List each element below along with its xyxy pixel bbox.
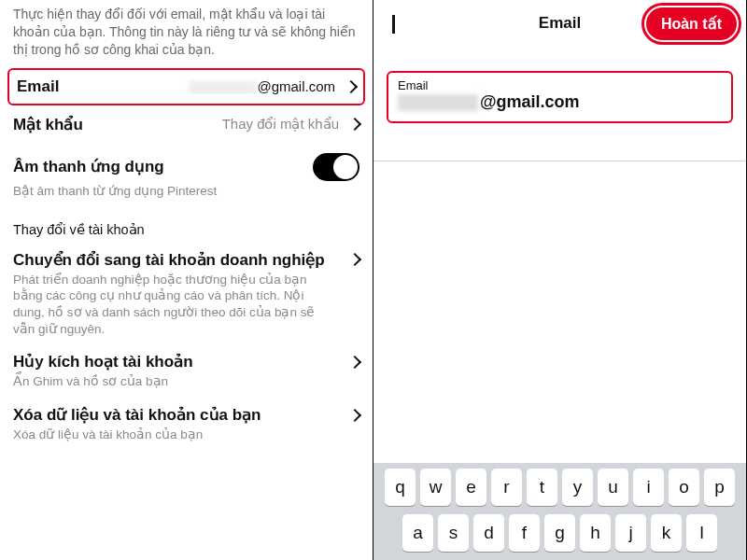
email-input-block[interactable]: Email @gmail.com: [387, 71, 733, 123]
chevron-right-icon: [345, 80, 358, 93]
password-action: Thay đổi mật khẩu: [91, 116, 339, 133]
key-e[interactable]: e: [456, 469, 486, 506]
settings-intro-text: Thực hiện thay đổi đối với email, mật kh…: [0, 0, 373, 68]
convert-business-desc: Phát triển doanh nghiệp hoặc thương hiệu…: [13, 272, 359, 337]
deactivate-desc: Ẩn Ghim và hồ sơ của bạn: [13, 373, 359, 390]
key-p[interactable]: p: [704, 469, 735, 506]
key-h[interactable]: h: [580, 514, 611, 552]
email-label: Email: [17, 77, 59, 96]
convert-business-title: Chuyển đổi sang tài khoản doanh nghiệp: [13, 250, 325, 270]
key-l[interactable]: l: [686, 514, 717, 552]
key-a[interactable]: a: [402, 514, 433, 552]
ios-keyboard: qwertyuiop asdfghjkl: [374, 463, 746, 560]
key-o[interactable]: o: [669, 469, 699, 506]
password-label: Mật khẩu: [13, 115, 83, 134]
email-value: @gmail.com: [66, 78, 335, 94]
navbar: Email Hoàn tất: [374, 0, 746, 47]
chevron-right-icon: [348, 356, 361, 369]
email-row[interactable]: Email @gmail.com: [7, 68, 365, 105]
navbar-title: Email: [539, 14, 581, 33]
keyboard-row-1: qwertyuiop: [377, 469, 742, 506]
settings-screen: Thực hiện thay đổi đối với email, mật kh…: [0, 0, 374, 560]
email-field-label: Email: [398, 78, 722, 92]
key-t[interactable]: t: [527, 469, 557, 506]
delete-desc: Xóa dữ liệu và tài khoản của bạn: [13, 427, 359, 443]
key-d[interactable]: d: [473, 514, 504, 552]
email-edit-screen: Email Hoàn tất Email @gmail.com qwertyui…: [374, 0, 747, 560]
key-w[interactable]: w: [420, 469, 451, 506]
app-sound-toggle[interactable]: [313, 153, 359, 181]
key-k[interactable]: k: [651, 514, 682, 552]
app-sound-row: Âm thanh ứng dụng: [0, 144, 373, 183]
key-s[interactable]: s: [438, 514, 469, 552]
keyboard-row-2: asdfghjkl: [377, 514, 742, 552]
key-j[interactable]: j: [615, 514, 646, 552]
account-changes-section-title: Thay đổi về tài khoản: [0, 209, 373, 243]
redacted-email-user: [398, 94, 478, 111]
deactivate-account-row[interactable]: Hủy kích hoạt tài khoản Ẩn Ghim và hồ sơ…: [0, 344, 373, 398]
app-sound-label: Âm thanh ứng dụng: [13, 157, 164, 176]
back-button[interactable]: [383, 15, 395, 32]
key-y[interactable]: y: [562, 469, 593, 506]
redacted-email-user: [189, 81, 256, 94]
key-g[interactable]: g: [544, 514, 575, 552]
password-row[interactable]: Mật khẩu Thay đổi mật khẩu: [0, 105, 373, 144]
chevron-right-icon: [348, 408, 361, 421]
chevron-right-icon: [348, 118, 361, 131]
deactivate-title: Hủy kích hoạt tài khoản: [13, 352, 193, 371]
key-u[interactable]: u: [598, 469, 628, 506]
chevron-left-icon: [392, 15, 395, 34]
input-underline: [374, 161, 746, 161]
email-field-value: @gmail.com: [398, 92, 722, 112]
convert-business-row[interactable]: Chuyển đổi sang tài khoản doanh nghiệp P…: [0, 243, 373, 344]
delete-title: Xóa dữ liệu và tài khoản của bạn: [13, 405, 261, 425]
delete-account-row[interactable]: Xóa dữ liệu và tài khoản của bạn Xóa dữ …: [0, 398, 373, 451]
key-q[interactable]: q: [385, 469, 416, 506]
app-sound-subtext: Bật âm thanh từ ứng dụng Pinterest: [0, 183, 373, 209]
done-button[interactable]: Hoàn tất: [646, 7, 737, 40]
key-i[interactable]: i: [633, 469, 664, 506]
chevron-right-icon: [348, 253, 361, 266]
key-f[interactable]: f: [509, 514, 540, 552]
key-r[interactable]: r: [491, 469, 522, 506]
